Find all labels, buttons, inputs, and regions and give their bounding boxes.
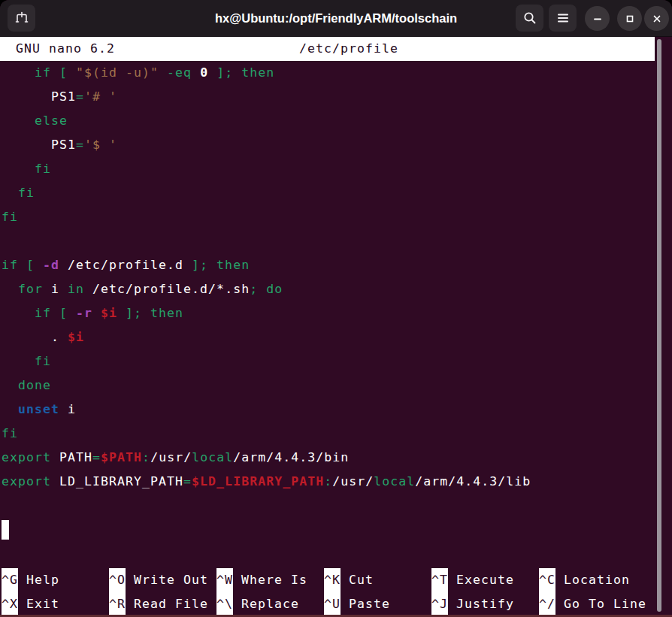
- shortcut-key: ^/: [539, 592, 555, 616]
- text-cursor: [2, 520, 9, 540]
- titlebar[interactable]: hx@Ubuntu:/opt/FriendlyARM/toolschain: [0, 0, 672, 37]
- shortcut-execute: ^TExecute: [431, 568, 514, 592]
- shortcut-key: ^J: [431, 592, 448, 616]
- new-tab-icon: [14, 10, 30, 26]
- close-button[interactable]: [644, 6, 669, 31]
- minimize-button[interactable]: [585, 6, 610, 31]
- shortcut-label: Justify: [456, 597, 514, 611]
- code-line: [0, 494, 672, 518]
- shortcut-write-out: ^OWrite Out: [109, 568, 208, 592]
- maximize-button[interactable]: [617, 6, 642, 31]
- code-line: else: [0, 109, 672, 133]
- code-line: PS1='# ': [0, 85, 672, 109]
- terminal-window: hx@Ubuntu:/opt/FriendlyARM/toolschain: [0, 0, 672, 617]
- code-line: export PATH=$PATH:/usr/local/arm/4.4.3/b…: [0, 446, 672, 470]
- code-line: done: [0, 374, 672, 398]
- shortcut-column: ^KCut^UPaste: [324, 568, 390, 616]
- code-line: fi: [0, 157, 672, 181]
- shortcut-key: ^K: [324, 568, 341, 592]
- shortcut-label: Go To Line: [564, 597, 646, 611]
- shortcut-key: ^R: [109, 592, 126, 616]
- code-line: for i in /etc/profile.d/*.sh; do: [0, 277, 672, 301]
- shortcut-label: Exit: [26, 597, 59, 611]
- shortcut-label: Paste: [349, 597, 390, 611]
- maximize-icon: [624, 13, 636, 25]
- shortcut-key: ^\: [216, 592, 233, 616]
- shortcut-label: Read File: [134, 597, 208, 611]
- menu-icon: [555, 10, 571, 26]
- code-line: fi: [0, 181, 672, 205]
- shortcut-key: ^O: [109, 568, 126, 592]
- shortcut-read-file: ^RRead File: [109, 592, 208, 616]
- new-tab-button[interactable]: [8, 5, 35, 32]
- shortcut-paste: ^UPaste: [324, 592, 390, 616]
- scrollbar[interactable]: [657, 39, 661, 612]
- code-line: if [ "$(id -u)" -eq 0 ]; then: [0, 61, 672, 85]
- shortcut-key: ^X: [2, 592, 18, 616]
- code-line: unset i: [0, 398, 672, 422]
- shortcut-replace: ^\Replace: [216, 592, 307, 616]
- menu-button[interactable]: [549, 5, 577, 32]
- nano-titlebar: GNU nano 6.2 /etc/profile: [0, 37, 655, 61]
- code-line: [0, 229, 672, 253]
- nano-version: GNU nano 6.2: [16, 37, 115, 61]
- shortcut-location: ^CLocation: [539, 568, 646, 592]
- shortcut-key: ^T: [431, 568, 448, 592]
- shortcut-go-to-line: ^/Go To Line: [539, 592, 646, 616]
- code-line: . $i: [0, 325, 672, 349]
- shortcut-help: ^GHelp: [2, 568, 59, 592]
- shortcut-exit: ^XExit: [2, 592, 59, 616]
- shortcut-label: Location: [564, 573, 630, 587]
- editor-lines: if [ "$(id -u)" -eq 0 ]; then PS1='# ' e…: [0, 61, 672, 542]
- shortcut-column: ^OWrite Out^RRead File: [109, 568, 208, 616]
- shortcut-key: ^W: [216, 568, 233, 592]
- shortcut-column: ^CLocation^/Go To Line: [539, 568, 646, 616]
- code-line: if [ -r $i ]; then: [0, 301, 672, 325]
- minimize-icon: [592, 13, 604, 25]
- shortcut-label: Execute: [456, 573, 514, 587]
- shortcut-cut: ^KCut: [324, 568, 390, 592]
- shortcut-label: Help: [26, 573, 59, 587]
- shortcut-where-is: ^WWhere Is: [216, 568, 307, 592]
- shortcut-key: ^C: [539, 568, 555, 592]
- shortcut-key: ^U: [324, 592, 341, 616]
- code-line: fi: [0, 422, 672, 446]
- code-line: [0, 518, 672, 542]
- shortcut-column: ^WWhere Is^\Replace: [216, 568, 307, 616]
- code-line: fi: [0, 205, 672, 229]
- shortcut-justify: ^JJustify: [431, 592, 514, 616]
- shortcut-label: Where Is: [241, 573, 307, 587]
- shortcut-label: Cut: [349, 573, 374, 587]
- code-line: if [ -d /etc/profile.d ]; then: [0, 253, 672, 277]
- shortcut-column: ^GHelp^XExit: [2, 568, 59, 616]
- code-line: fi: [0, 349, 672, 374]
- shortcut-key: ^G: [2, 568, 18, 592]
- close-icon: [651, 13, 663, 25]
- shortcut-label: Write Out: [134, 573, 208, 587]
- shortcut-column: ^TExecute^JJustify: [431, 568, 514, 616]
- terminal-screen[interactable]: if [ "$(id -u)" -eq 0 ]; then PS1='# ' e…: [0, 61, 672, 542]
- search-button[interactable]: [516, 5, 543, 32]
- code-line: PS1='$ ': [0, 133, 672, 157]
- search-icon: [522, 10, 538, 26]
- shortcut-label: Replace: [241, 597, 299, 611]
- code-line: export LD_LIBRARY_PATH=$LD_LIBRARY_PATH:…: [0, 470, 672, 494]
- nano-filename: /etc/profile: [299, 37, 398, 61]
- shortcut-bar: ^GHelp^XExit^OWrite Out^RRead File^WWher…: [0, 568, 672, 616]
